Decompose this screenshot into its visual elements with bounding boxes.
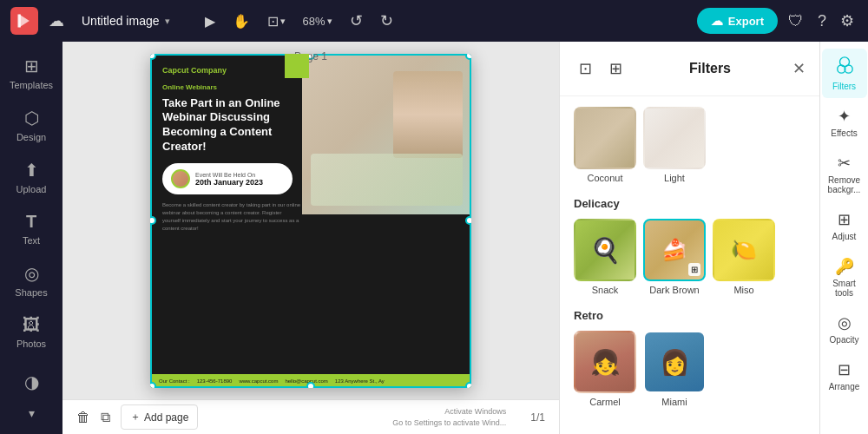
document-title-area: Untitled image ▾ — [82, 14, 170, 28]
right-item-label: Opacity — [830, 335, 859, 345]
title-chevron[interactable]: ▾ — [165, 16, 170, 27]
sidebar-item-shapes[interactable]: ◎ Shapes — [3, 256, 59, 305]
canvas-area: Page 1 Capcut Company Online Webinars Ta… — [62, 42, 559, 434]
filter-thumb-snack: 🍳 — [574, 219, 636, 281]
filter-item-snack[interactable]: 🍳 Snack — [574, 219, 636, 295]
export-icon: ☁ — [711, 14, 723, 28]
sidebar-item-design[interactable]: ⬡ Design — [3, 101, 59, 149]
right-item-label: Arrange — [829, 382, 860, 391]
filter-item-dark-brown[interactable]: 🍰 ⊞ Dark Brown — [643, 219, 706, 295]
filters-header: ⊡ ⊞ Filters ✕ — [560, 42, 819, 96]
filters-content: Coconut Light Delicacy 🍳 Snack — [560, 96, 819, 434]
filters-title: Filters — [689, 61, 731, 76]
sidebar-item-label: Design — [16, 132, 46, 142]
filter-label-carmel: Carmel — [589, 397, 620, 407]
filter-label-coconut: Coconut — [588, 173, 623, 183]
crop-view-button[interactable]: ⊡ — [574, 54, 597, 83]
sidebar-item-more[interactable]: ◑ — [3, 365, 59, 399]
design-icon: ⬡ — [24, 108, 39, 128]
right-item-label: Remove backgr... — [825, 175, 864, 194]
sidebar-item-label: Upload — [16, 184, 47, 194]
right-item-remove-bg[interactable]: ✂ Remove backgr... — [822, 147, 867, 201]
hand-tool[interactable]: ✋ — [226, 8, 257, 35]
undo-button[interactable]: ↺ — [343, 6, 370, 36]
topbar-right: ☁ Export 🛡 ? ⚙ — [697, 8, 858, 34]
filters-icon — [835, 56, 854, 79]
right-item-label: Filters — [832, 82, 856, 91]
right-item-adjust[interactable]: ⊞ Adjust — [822, 203, 867, 248]
sidebar-item-label: Shapes — [15, 287, 47, 298]
sidebar-item-upload[interactable]: ⬆ Upload — [3, 153, 59, 201]
chevron-down-icon: ▾ — [29, 406, 35, 420]
zoom-control[interactable]: 68% ▾ — [296, 11, 339, 31]
smart-tools-icon: 🔑 — [835, 257, 854, 276]
right-item-effects[interactable]: ✦ Effects — [822, 100, 867, 145]
logo[interactable] — [10, 7, 38, 35]
photos-icon: 🖼 — [23, 315, 40, 335]
sidebar-item-expand[interactable]: ▾ — [3, 399, 59, 427]
filter-item-miami[interactable]: 👩 Miami — [643, 331, 706, 407]
right-item-smart-tools[interactable]: 🔑 Smart tools — [822, 250, 867, 305]
bottom-bar: 🗑 ⧉ ＋ Add page Activate WindowsGo to Set… — [62, 399, 559, 434]
cloud-save-button[interactable]: ☁ — [45, 8, 68, 34]
add-page-icon: ＋ — [130, 410, 141, 424]
redo-button[interactable]: ↻ — [373, 6, 400, 36]
right-item-label: Smart tools — [825, 279, 864, 298]
sidebar-item-label: Photos — [16, 339, 46, 349]
footer-address: 123 Anywhere St., Ay — [335, 378, 385, 384]
description: Become a skilled content creator by taki… — [162, 201, 301, 233]
grid-view-button[interactable]: ⊞ — [604, 54, 628, 83]
handle-tl[interactable] — [150, 54, 156, 60]
duplicate-button[interactable]: ⧉ — [101, 410, 110, 425]
sidebar-item-photos[interactable]: 🖼 Photos — [3, 308, 59, 356]
sidebar-item-text[interactable]: T Text — [3, 205, 59, 253]
right-sidebar: Filters ✦ Effects ✂ Remove backgr... ⊞ A… — [819, 42, 868, 434]
right-item-label: Adjust — [832, 232, 857, 241]
retro-filter-grid: 👧 Carmel 👩 Miami — [574, 331, 806, 407]
right-item-label: Effects — [831, 128, 857, 138]
right-item-opacity[interactable]: ◎ Opacity — [822, 306, 867, 352]
delicacy-filter-grid: 🍳 Snack 🍰 ⊞ Dark Brown 🍋 Miso — [574, 219, 806, 295]
filter-item-miso[interactable]: 🍋 Miso — [713, 219, 775, 295]
handle-ml[interactable] — [150, 216, 156, 225]
shapes-icon: ◎ — [24, 263, 39, 284]
filter-label-light: Light — [664, 173, 685, 183]
webinar-label: Online Webinars — [162, 83, 301, 91]
frame-tool[interactable]: ⊡ ▾ — [260, 8, 293, 35]
upload-icon: ⬆ — [24, 160, 39, 181]
canvas-content[interactable]: Capcut Company Online Webinars Take Part… — [62, 42, 559, 399]
topbar: ☁ Untitled image ▾ ▶ ✋ ⊡ ▾ 68% ▾ ↺ ↻ ☁ E… — [0, 0, 868, 42]
filter-item-coconut[interactable]: Coconut — [574, 107, 636, 183]
settings-button[interactable]: ⚙ — [837, 8, 858, 34]
templates-icon: ⊞ — [24, 56, 39, 76]
handle-mr[interactable] — [465, 216, 471, 225]
filter-thumb-carmel: 👧 — [574, 331, 636, 393]
filter-label-dark-brown: Dark Brown — [649, 285, 699, 295]
right-item-arrange[interactable]: ⊟ Arrange — [822, 353, 867, 398]
page-indicator: 1/1 — [530, 411, 545, 424]
filters-panel: ⊡ ⊞ Filters ✕ Coconut Light — [559, 42, 819, 434]
footer-phone: 123-456-71890 — [197, 378, 233, 384]
filter-label-miso: Miso — [733, 285, 753, 295]
effects-icon: ✦ — [838, 107, 851, 126]
shield-icon-button[interactable]: 🛡 — [785, 9, 807, 34]
delete-button[interactable]: 🗑 — [76, 410, 90, 425]
filter-item-light[interactable]: Light — [643, 107, 706, 183]
filter-label-miami: Miami — [661, 397, 687, 407]
section-label-delicacy: Delicacy — [574, 197, 806, 210]
sidebar-item-templates[interactable]: ⊞ Templates — [3, 49, 59, 97]
event-text: Event Will Be Held On — [195, 172, 263, 178]
filter-thumb-light — [643, 107, 706, 169]
filters-close-button[interactable]: ✕ — [792, 59, 806, 78]
main-layout: ⊞ Templates ⬡ Design ⬆ Upload T Text ◎ S… — [0, 42, 868, 434]
footer-web: www.capcut.com — [239, 378, 278, 384]
design-canvas: Capcut Company Online Webinars Take Part… — [150, 54, 471, 388]
export-button[interactable]: ☁ Export — [697, 8, 778, 34]
select-tool[interactable]: ▶ — [198, 8, 222, 35]
footer-email: hello@capcut.com — [285, 378, 327, 384]
filter-item-carmel[interactable]: 👧 Carmel — [574, 331, 636, 407]
add-page-button[interactable]: ＋ Add page — [121, 404, 198, 430]
activate-windows-text: Activate WindowsGo to Settings to activa… — [392, 406, 506, 428]
help-button[interactable]: ? — [814, 9, 830, 34]
right-item-filters[interactable]: Filters — [822, 49, 867, 98]
